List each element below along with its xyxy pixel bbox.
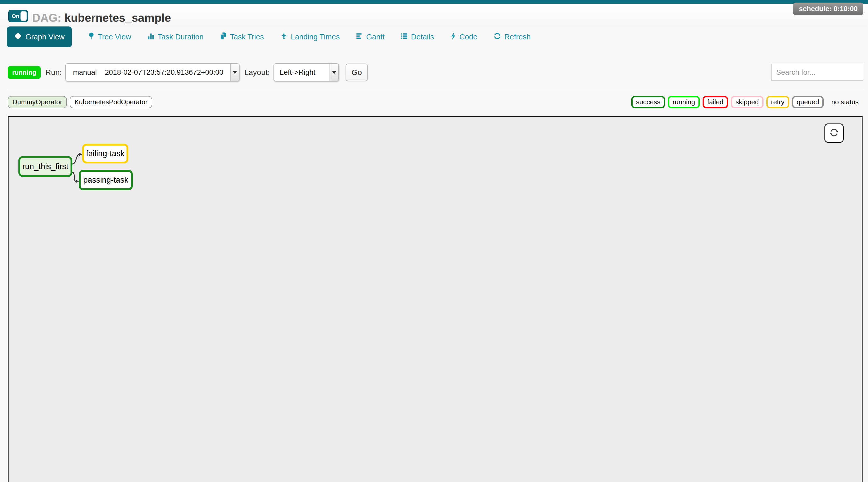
tab-details[interactable]: Details <box>401 32 434 41</box>
tab-label: Landing Times <box>291 33 340 41</box>
layout-select[interactable]: Left->Right <box>274 63 339 82</box>
tree-icon <box>88 32 95 42</box>
dag-prefix-label: DAG: <box>32 11 61 24</box>
tab-label: Graph View <box>25 33 65 41</box>
tab-task-tries[interactable]: Task Tries <box>220 32 264 42</box>
bolt-icon <box>450 32 456 42</box>
run-controls: running Run: manual__2018-02-07T23:57:20… <box>8 63 368 82</box>
tab-refresh[interactable]: Refresh <box>493 32 531 42</box>
bar-chart-icon <box>147 32 155 41</box>
chevron-down-icon <box>230 64 239 81</box>
status-pill-queued: queued <box>792 96 824 108</box>
task-node-failing-task[interactable]: failing-task <box>82 144 128 163</box>
dag-name: kubernetes_sample <box>65 11 171 24</box>
page-title: DAG: kubernetes_sample <box>32 11 171 24</box>
status-pill-success: success <box>631 96 665 108</box>
toggle-on-label: On <box>9 13 19 19</box>
status-pill-no-status: no status <box>827 96 863 108</box>
search-input[interactable] <box>771 64 863 81</box>
run-label: Run: <box>45 68 62 77</box>
status-pill-retry: retry <box>766 96 789 108</box>
run-select[interactable]: manual__2018-02-07T23:57:20.913672+00:00 <box>65 63 240 82</box>
task-node-run-this-first[interactable]: run_this_first <box>19 156 72 177</box>
operator-pill-kubernetespod: KubernetesPodOperator <box>70 96 152 108</box>
tab-label: Details <box>411 33 434 41</box>
status-pill-running: running <box>668 96 700 108</box>
chevron-down-icon <box>330 64 338 81</box>
run-select-value: manual__2018-02-07T23:57:20.913672+00:00 <box>67 68 229 77</box>
tab-label: Gantt <box>366 33 384 41</box>
graph-refresh-button[interactable] <box>825 123 844 143</box>
tab-landing-times[interactable]: Landing Times <box>280 32 340 42</box>
layout-select-value: Left->Right <box>274 68 321 77</box>
dag-graph-canvas[interactable]: run_this_first failing-task passing-task <box>8 116 863 482</box>
dag-on-off-toggle[interactable]: On <box>8 10 28 22</box>
task-node-passing-task[interactable]: passing-task <box>79 170 133 190</box>
view-tabs: Graph View Tree View Task Duration Task … <box>7 27 531 47</box>
dag-header: On DAG: kubernetes_sample <box>0 4 868 28</box>
tab-code[interactable]: Code <box>450 32 477 42</box>
legend-row: DummyOperator KubernetesPodOperator succ… <box>8 96 863 108</box>
sunburst-icon <box>14 32 22 42</box>
tab-graph-view[interactable]: Graph View <box>7 27 72 47</box>
schedule-badge: schedule: 0:10:00 <box>793 3 863 15</box>
tab-tree-view[interactable]: Tree View <box>88 32 131 42</box>
tab-label: Tree View <box>98 33 131 41</box>
operator-legend: DummyOperator KubernetesPodOperator <box>8 96 152 108</box>
refresh-icon <box>493 32 501 42</box>
status-pill-failed: failed <box>703 96 728 108</box>
dag-run-status-badge: running <box>8 66 41 79</box>
tab-label: Refresh <box>504 33 531 41</box>
copy-pages-icon <box>220 32 227 42</box>
status-pill-skipped: skipped <box>731 96 764 108</box>
layout-label: Layout: <box>244 68 270 77</box>
top-accent-bar <box>0 0 868 4</box>
align-left-icon <box>356 32 363 41</box>
section-divider <box>8 90 863 90</box>
tab-label: Task Tries <box>230 33 264 41</box>
go-button[interactable]: Go <box>346 64 368 81</box>
operator-pill-dummy: DummyOperator <box>8 96 67 108</box>
status-legend: success running failed skipped retry que… <box>631 96 863 108</box>
toggle-knob <box>21 11 27 21</box>
refresh-icon <box>829 128 839 139</box>
tab-task-duration[interactable]: Task Duration <box>147 32 204 41</box>
list-icon <box>401 32 408 41</box>
tab-gantt[interactable]: Gantt <box>356 32 384 41</box>
tab-label: Code <box>459 33 477 41</box>
tab-label: Task Duration <box>158 33 204 41</box>
plane-icon <box>280 32 288 42</box>
